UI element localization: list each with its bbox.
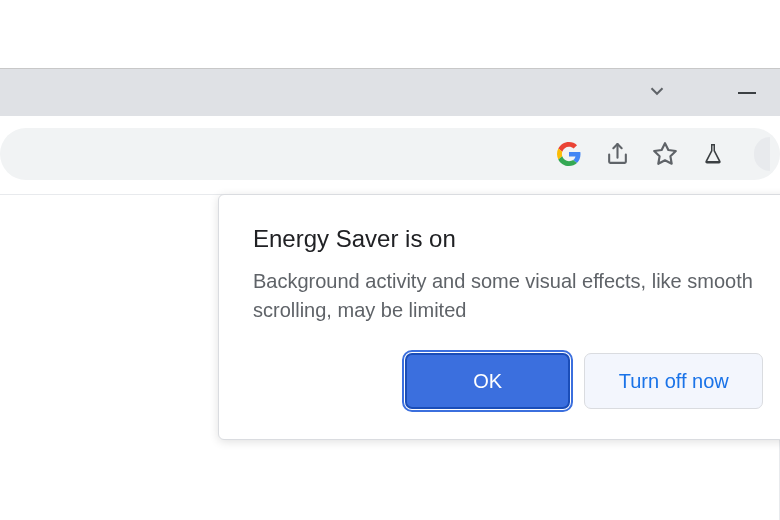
window-minimize-button[interactable] xyxy=(738,92,756,94)
popover-actions: OK Turn off now xyxy=(253,353,763,409)
tab-strip xyxy=(0,68,780,116)
ok-button[interactable]: OK xyxy=(405,353,570,409)
popover-body: Background activity and some visual effe… xyxy=(253,267,763,325)
svg-marker-1 xyxy=(654,143,676,164)
google-icon[interactable] xyxy=(556,141,582,167)
browser-toolbar xyxy=(0,116,780,194)
top-blank-region xyxy=(0,0,780,68)
toolbar-icon-group xyxy=(556,128,780,180)
bookmark-star-icon[interactable] xyxy=(652,141,678,167)
labs-flask-icon[interactable] xyxy=(700,141,726,167)
share-icon[interactable] xyxy=(604,141,630,167)
tab-search-icon[interactable] xyxy=(646,80,668,106)
turn-off-now-button[interactable]: Turn off now xyxy=(584,353,763,409)
profile-avatar[interactable] xyxy=(754,137,770,171)
energy-saver-popover: Energy Saver is on Background activity a… xyxy=(218,194,780,440)
popover-title: Energy Saver is on xyxy=(253,225,763,253)
